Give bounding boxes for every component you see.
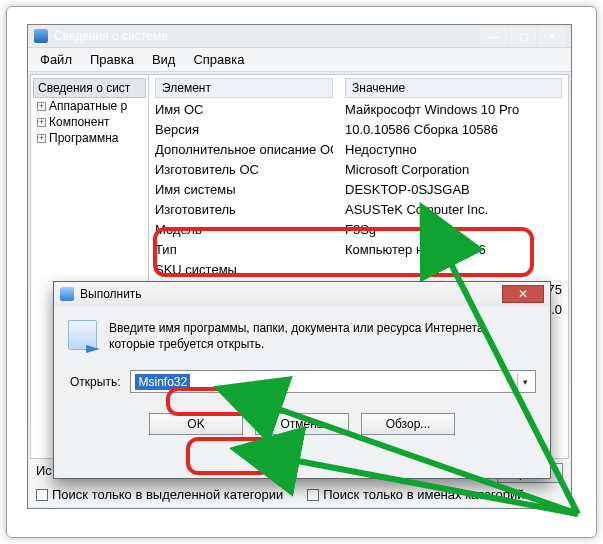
row-label: Тип <box>155 240 333 260</box>
checkbox-box <box>307 489 319 501</box>
tree-item-hardware[interactable]: +Аппаратные р <box>33 98 146 114</box>
run-open-label: Открыть: <box>68 375 120 389</box>
row-label: Версия <box>155 120 333 140</box>
menu-file[interactable]: Файл <box>32 50 80 69</box>
row-value: Недоступно <box>345 140 562 160</box>
run-hero-icon <box>68 320 97 350</box>
maximize-button[interactable]: ▢ <box>510 28 536 44</box>
cancel-button[interactable]: Отмена <box>255 413 349 435</box>
menu-edit[interactable]: Правка <box>82 50 142 69</box>
run-app-icon <box>60 287 74 301</box>
tree-item-components[interactable]: +Компонент <box>33 114 146 130</box>
row-value: 10.0.10586 Сборка 10586 <box>345 120 562 140</box>
column-header-element[interactable]: Элемент <box>155 78 333 98</box>
row-label: Изготовитель <box>155 200 333 220</box>
tree-item-software[interactable]: +Программна <box>33 130 146 146</box>
checkbox-selected-category[interactable]: Поиск только в выделенной категории <box>36 487 283 502</box>
run-open-value: Msinfo32 <box>135 374 190 390</box>
row-value: DESKTOP-0SJSGAB <box>345 180 562 200</box>
run-open-input[interactable]: Msinfo32 ▾ <box>130 370 536 393</box>
tree-root[interactable]: Сведения о сист <box>33 78 146 98</box>
row-value: Майкрософт Windows 10 Pro <box>345 100 562 120</box>
row-value: Компьютер на базе x86 <box>345 240 562 260</box>
menu-help[interactable]: Справка <box>185 50 252 69</box>
run-title-text: Выполнить <box>80 287 142 301</box>
row-value <box>345 260 562 280</box>
search-label: Ис <box>36 463 52 483</box>
row-value: ASUSTeK Computer Inc. <box>345 200 562 220</box>
row-label: Изготовитель ОС <box>155 160 333 180</box>
row-value: F3Sg <box>345 220 562 240</box>
row-label: SKU системы <box>155 260 333 280</box>
row-label: Имя ОС <box>155 100 333 120</box>
close-window-button[interactable]: ✕ <box>539 28 565 44</box>
expand-icon[interactable]: + <box>37 134 46 143</box>
run-message: Введите имя программы, папки, документа … <box>109 320 536 352</box>
row-label: Имя системы <box>155 180 333 200</box>
minimize-button[interactable]: — <box>481 28 507 44</box>
column-header-value[interactable]: Значение <box>345 78 562 98</box>
browse-button[interactable]: Обзор... <box>361 413 455 435</box>
run-close-button[interactable]: ✕ <box>502 285 544 303</box>
row-label: Дополнительное описание ОС <box>155 140 333 160</box>
run-dialog: Выполнить ✕ Введите имя программы, папки… <box>53 281 551 479</box>
sysinfo-titlebar: Сведения о системе — ▢ ✕ <box>28 25 571 47</box>
expand-icon[interactable]: + <box>37 102 46 111</box>
run-titlebar: Выполнить ✕ <box>54 282 550 306</box>
expand-icon[interactable]: + <box>37 118 46 127</box>
sysinfo-title-text: Сведения о системе <box>54 29 168 43</box>
ok-button[interactable]: OK <box>149 413 243 435</box>
menu-bar: Файл Правка Вид Справка <box>28 47 571 72</box>
row-value: Microsoft Corporation <box>345 160 562 180</box>
sysinfo-app-icon <box>34 29 48 43</box>
row-label: Модель <box>155 220 333 240</box>
checkbox-box <box>36 489 48 501</box>
checkbox-category-names[interactable]: Поиск только в именах категорий <box>307 487 524 502</box>
menu-view[interactable]: Вид <box>144 50 184 69</box>
chevron-down-icon[interactable]: ▾ <box>517 373 533 390</box>
